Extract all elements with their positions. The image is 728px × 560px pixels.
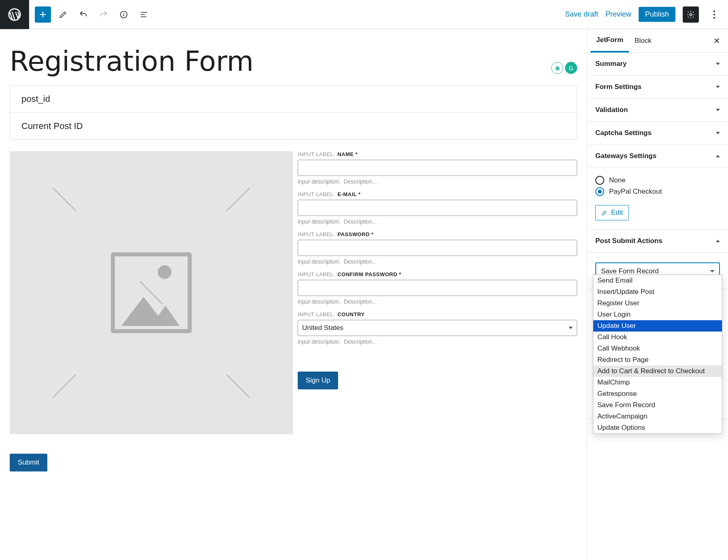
chevron-up-icon <box>716 240 720 242</box>
settings-icon[interactable] <box>683 6 699 23</box>
close-sidebar-icon[interactable]: ✕ <box>709 33 725 49</box>
wordpress-logo[interactable] <box>0 0 29 29</box>
chevron-up-icon <box>716 155 720 157</box>
panel-captcha[interactable]: Captcha Settings <box>587 122 728 145</box>
post-submit-option[interactable]: Save Form Record <box>593 399 722 411</box>
gateway-none-option[interactable]: None <box>595 176 720 185</box>
field-password: INPUT LABEL:PASSWORD * input description… <box>298 231 577 265</box>
chevron-down-icon <box>569 327 573 329</box>
wrench-icon <box>601 209 608 216</box>
signup-button[interactable]: Sign Up <box>298 372 338 389</box>
field-confirm-password: INPUT LABEL:CONFIRM PASSWORD * input des… <box>298 271 577 305</box>
outline-icon[interactable] <box>136 6 152 23</box>
post-submit-options-list: Send EmailInsert/Update PostRegister Use… <box>593 275 722 434</box>
country-select[interactable]: United States <box>298 320 577 336</box>
post-submit-option[interactable]: ActiveCampaign <box>593 411 722 422</box>
preview-button[interactable]: Preview <box>605 10 631 19</box>
panel-validation[interactable]: Validation <box>587 99 728 122</box>
input-description-label: input description: <box>298 178 341 185</box>
post-submit-option[interactable]: Insert/Update Post <box>593 286 722 298</box>
panel-summary[interactable]: Summary <box>587 53 728 76</box>
hidden-field-name: post_id <box>10 86 577 112</box>
panel-gateways-content: None PayPal Checkout Edit <box>587 168 728 230</box>
post-submit-option[interactable]: Call Webhook <box>593 343 722 354</box>
panel-post-submit[interactable]: Post Submit Actions <box>587 230 728 253</box>
svg-point-5 <box>713 14 715 15</box>
tab-jetform[interactable]: JetForm <box>590 29 629 53</box>
save-draft-button[interactable]: Save draft <box>565 10 598 19</box>
edit-gateway-button[interactable]: Edit <box>595 205 629 220</box>
post-submit-option[interactable]: Call Hook <box>593 332 722 343</box>
more-icon[interactable] <box>706 6 722 23</box>
field-email: INPUT LABEL:E-MAIL * input description:D… <box>298 191 577 225</box>
add-block-button[interactable] <box>35 6 51 23</box>
confirm-password-input[interactable] <box>298 280 577 296</box>
password-input[interactable] <box>298 240 577 256</box>
image-placeholder[interactable] <box>10 151 293 434</box>
post-submit-option[interactable]: Redirect to Page <box>593 354 722 366</box>
svg-point-3 <box>690 13 692 16</box>
hidden-field-value: Current Post ID <box>10 112 577 139</box>
input-description-placeholder[interactable]: Description... <box>344 178 377 185</box>
edit-icon[interactable] <box>55 6 71 23</box>
panel-gateways[interactable]: Gateways Settings <box>587 145 728 168</box>
grammarly-pin-icon[interactable]: ◉ <box>551 62 563 74</box>
undo-icon[interactable] <box>75 6 91 23</box>
svg-point-6 <box>713 17 715 19</box>
chevron-down-icon <box>716 109 720 111</box>
chevron-down-icon <box>710 270 714 273</box>
post-submit-option[interactable]: Register User <box>593 298 722 309</box>
chevron-down-icon <box>716 86 720 88</box>
svg-point-4 <box>713 11 715 12</box>
field-country: INPUT LABEL:COUNTRY United States input … <box>298 311 577 345</box>
post-submit-selected-value: Save Form Record <box>601 267 659 275</box>
country-select-value: United States <box>302 324 343 332</box>
post-submit-option[interactable]: Getresponse <box>593 388 722 399</box>
svg-point-2 <box>123 13 124 13</box>
post-submit-option[interactable]: Add to Cart & Redirect to Checkout <box>593 366 722 377</box>
input-label-text: INPUT LABEL:NAME * <box>298 151 358 157</box>
publish-button[interactable]: Publish <box>639 7 675 22</box>
info-icon[interactable] <box>116 6 132 23</box>
email-input[interactable] <box>298 200 577 216</box>
post-submit-option[interactable]: MailChimp <box>593 377 722 388</box>
page-title[interactable]: Registration Form <box>10 45 577 77</box>
panel-form-settings[interactable]: Form Settings <box>587 76 728 99</box>
tab-block[interactable]: Block <box>629 29 657 53</box>
field-name: INPUT LABEL:NAME * input description:Des… <box>298 151 577 185</box>
post-submit-option[interactable]: Update Options <box>593 422 722 433</box>
post-submit-option[interactable]: User Login <box>593 309 722 320</box>
grammarly-icon[interactable]: G <box>565 62 577 74</box>
radio-checked-icon <box>595 187 604 196</box>
radio-icon <box>595 176 604 185</box>
chevron-down-icon <box>716 63 720 65</box>
gateway-paypal-option[interactable]: PayPal Checkout <box>595 187 720 196</box>
post-submit-option[interactable]: Update User <box>593 320 722 332</box>
name-input[interactable] <box>298 160 577 176</box>
post-submit-option[interactable]: Send Email <box>593 275 722 286</box>
submit-button[interactable]: Submit <box>10 454 47 471</box>
hidden-field-block[interactable]: post_id Current Post ID <box>10 85 577 140</box>
chevron-down-icon <box>716 132 720 134</box>
redo-icon[interactable] <box>95 6 112 23</box>
